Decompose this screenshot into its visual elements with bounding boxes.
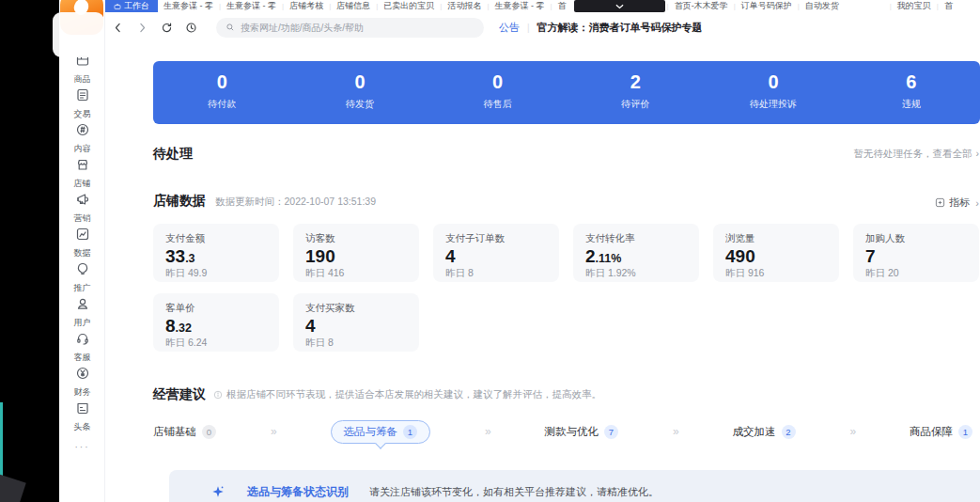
tab-workbench-active[interactable]: 工作台	[105, 0, 158, 12]
stage-arrow-icon: »	[271, 425, 276, 438]
stat-pending-shipment[interactable]: 0 待发货	[291, 61, 429, 124]
stat-label: 违规	[842, 98, 980, 111]
stat-pending-aftersale[interactable]: 0 待售后	[428, 61, 567, 124]
stage-notice-body: 请关注店铺该环节变化，如有相关平台推荐建议，请精准优化。	[369, 485, 659, 499]
stat-label: 待发货	[291, 98, 429, 111]
sidebar-item-trade[interactable]: 交易	[59, 86, 105, 121]
card-payment-amount[interactable]: 支付金额 33.3 昨日 49.9	[153, 224, 279, 282]
sidebar-item-label: 客服	[73, 352, 90, 363]
address-search-box[interactable]	[216, 18, 484, 38]
card-conversion-rate[interactable]: 支付转化率 2.11% 昨日 1.92%	[573, 224, 699, 282]
search-icon	[226, 23, 235, 32]
history-button[interactable]	[179, 22, 203, 34]
sidebar-item-news[interactable]: 头条	[59, 400, 105, 434]
sidebar-item-label: 推广	[73, 282, 90, 293]
view-all-link[interactable]: 暂无待处理任务，查看全部›	[854, 148, 980, 161]
stat-label: 待付款	[153, 98, 291, 111]
stat-pending-payment[interactable]: 0 待付款	[153, 61, 291, 124]
bulb-icon	[75, 261, 90, 280]
metrics-config-button[interactable]: 指标 ›	[935, 196, 979, 210]
tab-label: 工作台	[124, 0, 149, 12]
tab-auto-ship[interactable]: 自动发货	[800, 0, 845, 12]
suggestions-header: 经营建议 根据店铺不同环节表现，提供适合本店发展的相关建议，建议了解并评估，提高…	[153, 386, 979, 403]
sidebar-item-promotion[interactable]: 推广	[59, 260, 105, 295]
back-button[interactable]	[105, 22, 130, 34]
sidebar-item-label: 内容	[73, 143, 90, 154]
card-paying-buyers[interactable]: 支付买家数 4 昨日 8	[293, 293, 419, 352]
stat-value: 0	[291, 71, 429, 93]
briefcase-icon	[114, 3, 121, 10]
sidebar-item-data[interactable]: 数据	[59, 226, 105, 260]
suggestions-subtitle: 根据店铺不同环节表现，提供适合本店发展的相关建议，建议了解并评估，提高效率。	[213, 388, 601, 401]
user-icon	[75, 296, 90, 315]
tab-shop-review[interactable]: 店铺考核	[284, 0, 329, 12]
tab-homepage-mumu[interactable]: 首页-木木爱学	[669, 0, 734, 12]
stat-label: 待评价	[567, 98, 705, 111]
censored-tab-dropdown[interactable]	[574, 0, 665, 12]
stage-product-selection-active[interactable]: 选品与筹备 1	[331, 420, 431, 444]
tab-partially-hidden[interactable]: 首	[552, 0, 572, 12]
data-updated-time: 数据更新时间：2022-10-07 13:51:39	[215, 196, 376, 209]
card-visitors[interactable]: 访客数 190 昨日 416	[293, 224, 419, 282]
announcement-link[interactable]: 公告	[499, 21, 520, 35]
sidebar-item-shop[interactable]: 店铺	[59, 156, 105, 191]
official-notice-link[interactable]: 官方解读：消费者订单号码保护专题	[537, 21, 703, 35]
sidebar-item-label: 商品	[73, 73, 90, 85]
tab-sycm-1[interactable]: 生意参谋 - 零	[158, 0, 219, 12]
shop-icon	[75, 157, 90, 176]
stat-pending-review[interactable]: 2 待评价	[567, 61, 705, 124]
sidebar-item-label: 头条	[73, 421, 90, 432]
refresh-button[interactable]	[154, 22, 179, 34]
chevron-right-icon: ›	[976, 148, 980, 159]
pending-title: 待处理	[153, 146, 193, 163]
stage-testing-optimization[interactable]: 测款与优化 7	[545, 425, 619, 439]
stage-arrow-icon: »	[849, 425, 855, 438]
stage-tabs: 店铺基础 0 » 选品与筹备 1 » 测款与优化 7 » 成交加速 2 » 商品…	[153, 418, 972, 445]
card-paid-suborders[interactable]: 支付子订单数 4 昨日 8	[433, 224, 559, 282]
active-stage-pointer	[375, 438, 385, 448]
headset-icon	[75, 331, 90, 350]
background-corner-shape	[0, 474, 26, 502]
tab-shop-info[interactable]: 店铺信息	[331, 0, 376, 12]
tab-order-protection[interactable]: 订单号码保护	[736, 0, 798, 12]
forward-button[interactable]	[130, 22, 154, 34]
search-input[interactable]	[241, 23, 457, 33]
todo-stats-banner: 0 待付款 0 待发货 0 待售后 2 待评价 0 待处理投诉 6 违规	[153, 61, 980, 124]
tab-sycm-3[interactable]: 生意参谋 - 零	[489, 0, 550, 12]
sidebar-more-button[interactable]: ···	[59, 442, 105, 452]
stat-violations[interactable]: 6 违规	[842, 61, 980, 124]
tab-activity[interactable]: 活动报名	[442, 0, 487, 12]
chart-icon	[75, 227, 90, 245]
sidebar-item-marketing[interactable]: 营销	[59, 191, 105, 226]
card-avg-order-value[interactable]: 客单价 8.32 昨日 6.24	[153, 293, 279, 352]
stat-pending-complaints[interactable]: 0 待处理投诉	[705, 61, 843, 124]
sidebar-item-finance[interactable]: 财务	[59, 365, 105, 400]
stat-value: 2	[567, 71, 705, 93]
browser-tabbar: 工作台 生意参谋 - 零| 生意参谋 - 零| 店铺考核| 店铺信息| 已卖出的…	[105, 0, 980, 12]
main-area: 工作台 生意参谋 - 零| 生意参谋 - 零| 店铺考核| 店铺信息| 已卖出的…	[105, 0, 980, 502]
browser-navbar: 公告 | 官方解读：消费者订单号码保护专题	[105, 12, 980, 42]
suggestions-title: 经营建议	[153, 386, 206, 403]
card-add-to-cart-users[interactable]: 加购人数 7 昨日 20	[853, 224, 979, 282]
tab-sold-items[interactable]: 已卖出的宝贝	[378, 0, 440, 12]
sidebar-item-label: 用户	[73, 317, 90, 328]
stage-notice-title[interactable]: 选品与筹备状态识别	[247, 484, 349, 500]
stage-notice-bar: 选品与筹备状态识别 请关注店铺该环节变化，如有相关平台推荐建议，请精准优化。	[169, 470, 980, 502]
sidebar-item-label: 营销	[73, 212, 90, 224]
stage-deal-acceleration[interactable]: 成交加速 2	[733, 425, 796, 439]
sidebar-item-content[interactable]: 内容	[59, 121, 105, 156]
pending-section: 待处理 暂无待处理任务，查看全部›	[153, 146, 979, 163]
tab-my-items[interactable]: 我的宝贝	[892, 0, 937, 12]
sidebar-item-service[interactable]: 客服	[59, 330, 105, 365]
stat-value: 0	[428, 71, 567, 93]
shop-data-title: 店铺数据	[153, 193, 206, 210]
tab-sycm-2[interactable]: 生意参谋 - 零	[221, 0, 282, 12]
stage-count-badge: 0	[202, 425, 216, 439]
card-pageviews[interactable]: 浏览量 490 昨日 916	[713, 224, 839, 282]
sidebar-item-users[interactable]: 用户	[59, 295, 105, 330]
sidebar: 商品 交易 内容 店铺 营销 数据	[59, 0, 105, 502]
stage-product-guarantee[interactable]: 商品保障 1	[910, 425, 972, 439]
stage-shop-basics[interactable]: 店铺基础 0	[153, 425, 216, 439]
stat-value: 0	[705, 71, 843, 93]
tab-cut-off[interactable]: 首	[939, 0, 958, 12]
